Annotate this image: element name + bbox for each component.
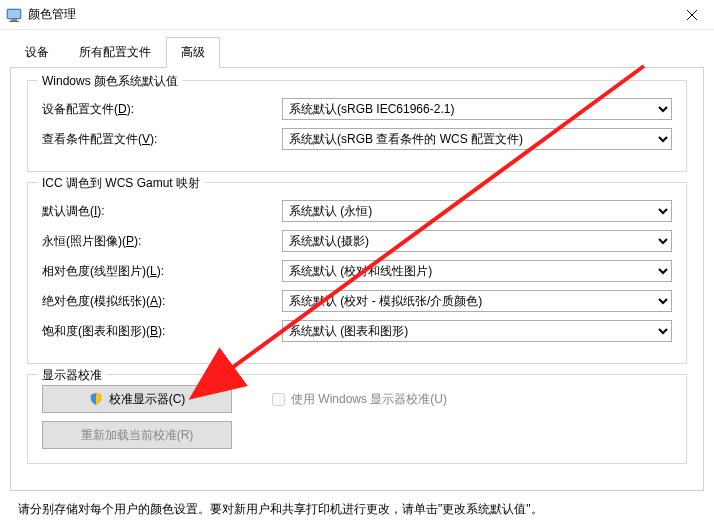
tab-device[interactable]: 设备: [10, 37, 64, 68]
use-windows-calibration-checkbox[interactable]: 使用 Windows 显示器校准(U): [272, 391, 447, 408]
svg-rect-2: [11, 19, 17, 21]
perceptual-label: 永恒(照片图像)(P):: [42, 233, 282, 250]
view-cond-label: 查看条件配置文件(V):: [42, 131, 282, 148]
saturation-label: 饱和度(图表和图形)(B):: [42, 323, 282, 340]
group-title: 显示器校准: [38, 367, 106, 384]
device-profile-select[interactable]: 系统默认(sRGB IEC61966-2.1): [282, 98, 672, 120]
group-title: ICC 调色到 WCS Gamut 映射: [38, 175, 204, 192]
footer-text: 请分别存储对每个用户的颜色设置。要对新用户和共享打印机进行更改，请单击"更改系统…: [18, 501, 702, 518]
tab-all-profiles[interactable]: 所有配置文件: [64, 37, 166, 68]
titlebar: 颜色管理: [0, 0, 714, 30]
relative-select[interactable]: 系统默认 (校对和线性图片): [282, 260, 672, 282]
group-icc-wcs: ICC 调色到 WCS Gamut 映射 默认调色(I): 系统默认 (永恒) …: [27, 182, 687, 364]
perceptual-select[interactable]: 系统默认(摄影): [282, 230, 672, 252]
app-icon: [6, 7, 22, 23]
tab-advanced[interactable]: 高级: [166, 37, 220, 68]
svg-rect-1: [8, 10, 20, 18]
close-button[interactable]: [669, 0, 714, 30]
absolute-label: 绝对色度(模拟纸张)(A):: [42, 293, 282, 310]
use-windows-calibration-input[interactable]: [272, 393, 285, 406]
reload-calibration-button[interactable]: 重新加载当前校准(R): [42, 421, 232, 449]
shield-icon: [89, 392, 103, 406]
view-cond-select[interactable]: 系统默认(sRGB 查看条件的 WCS 配置文件): [282, 128, 672, 150]
absolute-select[interactable]: 系统默认 (校对 - 模拟纸张/介质颜色): [282, 290, 672, 312]
group-title: Windows 颜色系统默认值: [38, 73, 182, 90]
group-windows-defaults: Windows 颜色系统默认值 设备配置文件(D): 系统默认(sRGB IEC…: [27, 80, 687, 172]
default-intent-label: 默认调色(I):: [42, 203, 282, 220]
device-profile-label: 设备配置文件(D):: [42, 101, 282, 118]
svg-rect-3: [9, 21, 19, 22]
panel-advanced: Windows 颜色系统默认值 设备配置文件(D): 系统默认(sRGB IEC…: [10, 67, 704, 491]
tabs: 设备 所有配置文件 高级: [10, 36, 714, 67]
relative-label: 相对色度(线型图片)(L):: [42, 263, 282, 280]
calibrate-display-button[interactable]: 校准显示器(C): [42, 385, 232, 413]
group-display-calibration: 显示器校准 校准显示器(C) 使用 Windows 显示器校准(U) 重新加载当…: [27, 374, 687, 464]
use-windows-calibration-label: 使用 Windows 显示器校准(U): [291, 391, 447, 408]
window-title: 颜色管理: [28, 6, 669, 23]
saturation-select[interactable]: 系统默认 (图表和图形): [282, 320, 672, 342]
default-intent-select[interactable]: 系统默认 (永恒): [282, 200, 672, 222]
